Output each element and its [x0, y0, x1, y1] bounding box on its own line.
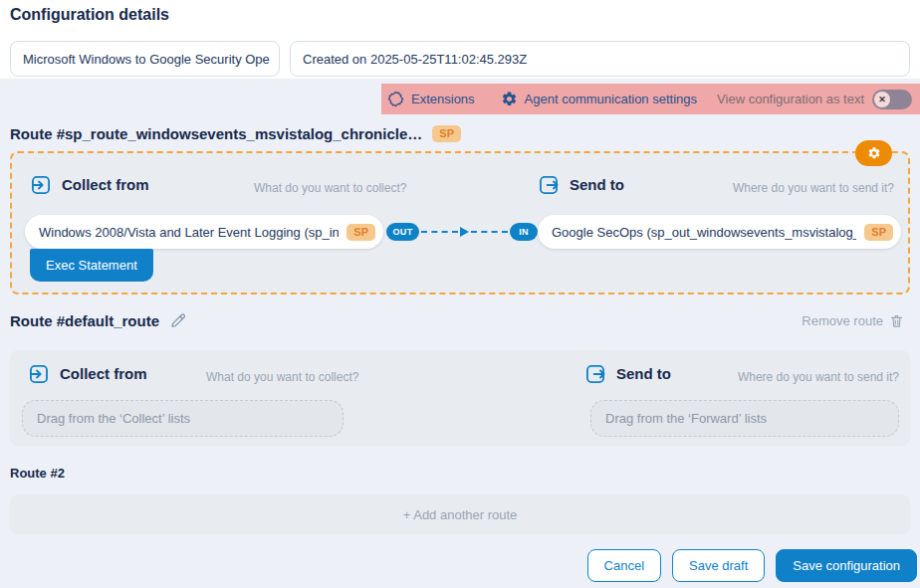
save-draft-button[interactable]: Save draft — [672, 549, 765, 582]
send-destination-sp-badge: SP — [864, 224, 893, 241]
config-created-input[interactable]: Created on 2025-05-25T11:02:45.293Z — [290, 41, 910, 77]
remove-route-button[interactable]: Remove route — [796, 312, 910, 329]
trash-icon — [889, 313, 904, 328]
send-destination-input[interactable]: Google SecOps (sp_out_windowsevents_msvi… — [538, 215, 901, 249]
send-to-icon — [584, 363, 606, 385]
in-badge: IN — [510, 223, 538, 241]
page-title: Configuration details — [10, 6, 169, 24]
edit-route-button[interactable] — [169, 312, 186, 329]
agent-settings-label: Agent communication settings — [525, 92, 697, 106]
cancel-button[interactable]: Cancel — [587, 549, 661, 582]
collect-from-heading: Collect from — [62, 176, 149, 193]
remove-route-label: Remove route — [802, 313, 883, 328]
route-sp-box: Collect from What do you want to collect… — [10, 151, 910, 294]
pencil-icon — [169, 312, 186, 329]
extensions-button[interactable]: Extensions — [387, 91, 475, 107]
collect-drop-placeholder: Drag from the ‘Collect’ lists — [37, 411, 190, 426]
add-another-route-button[interactable]: + Add another route — [10, 494, 910, 534]
view-config-as-text-label: View configuration as text — [717, 92, 864, 106]
route-default-header: Route #default_route Remove route — [10, 312, 910, 329]
route-default-box: Collect from What do you want to collect… — [10, 350, 910, 446]
config-created-value: Created on 2025-05-25T11:02:45.293Z — [303, 52, 527, 67]
extensions-label: Extensions — [411, 92, 475, 106]
forward-drop-placeholder: Drag from the ‘Forward’ lists — [605, 411, 767, 426]
route-2-title: Route #2 — [10, 466, 65, 481]
exec-statement-button[interactable]: Exec Statement — [30, 249, 153, 282]
send-destination-value: Google SecOps (sp_out_windowsevents_msvi… — [552, 225, 856, 240]
send-to-icon — [538, 174, 560, 196]
forward-drop-zone[interactable]: Drag from the ‘Forward’ lists — [590, 400, 899, 437]
collect-drop-zone[interactable]: Drag from the ‘Collect’ lists — [22, 400, 344, 437]
config-name-input[interactable]: Microsoft Windows to Google Security Ope — [10, 41, 280, 77]
collect-from-icon — [28, 363, 50, 385]
route-sp-badge: SP — [432, 125, 461, 142]
view-config-toggle[interactable]: ✕ — [872, 90, 912, 109]
configuration-page: Configuration details Microsoft Windows … — [0, 0, 920, 588]
route-connector: OUT IN — [386, 215, 538, 249]
collect-source-sp-badge: SP — [346, 224, 375, 241]
collect-source-value: Windows 2008/Vista and Later Event Loggi… — [39, 225, 339, 240]
route-settings-button[interactable] — [855, 140, 892, 166]
send-to-hint: Where do you want to send it? — [733, 181, 894, 195]
collect-from-hint: What do you want to collect? — [254, 181, 406, 195]
route-sp-header: Route #sp_route_windowsevents_msvistalog… — [10, 125, 461, 142]
collect-from-hint: What do you want to collect? — [206, 370, 358, 384]
gear-icon — [867, 146, 881, 160]
footer-actions: Cancel Save draft Save configuration — [587, 549, 917, 582]
send-to-heading: Send to — [570, 176, 624, 193]
connector-dash-right — [471, 231, 508, 233]
collect-from-heading: Collect from — [60, 365, 147, 382]
gear-icon — [501, 91, 518, 107]
send-to-hint: Where do you want to send it? — [738, 370, 899, 384]
add-another-route-label: + Add another route — [403, 507, 518, 522]
extensions-seal-icon — [387, 91, 404, 107]
collect-from-icon — [30, 174, 52, 196]
settings-banner: Extensions Agent communication settings … — [381, 84, 920, 114]
collect-source-input[interactable]: Windows 2008/Vista and Later Event Loggi… — [25, 215, 383, 249]
out-badge: OUT — [386, 223, 419, 241]
send-to-heading: Send to — [616, 365, 671, 382]
config-name-value: Microsoft Windows to Google Security Ope — [23, 52, 270, 67]
toggle-off-knob-icon: ✕ — [874, 92, 890, 107]
agent-settings-button[interactable]: Agent communication settings — [501, 91, 697, 107]
route-sp-title: Route #sp_route_windowsevents_msvistalog… — [10, 125, 422, 142]
connector-dash-left — [421, 231, 458, 233]
save-configuration-button[interactable]: Save configuration — [776, 549, 917, 582]
route-default-title: Route #default_route — [10, 312, 159, 329]
connector-arrow-icon — [460, 227, 469, 237]
